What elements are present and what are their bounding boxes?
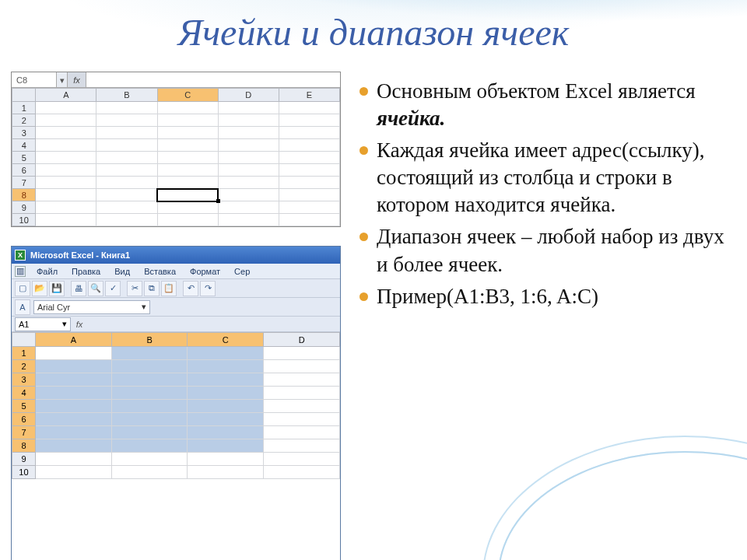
save-icon[interactable]: 💾 <box>49 281 65 296</box>
redo-icon[interactable]: ↷ <box>200 281 216 296</box>
cell[interactable] <box>111 466 188 479</box>
cell[interactable] <box>36 139 96 152</box>
cell[interactable] <box>35 373 111 387</box>
undo-icon[interactable]: ↶ <box>183 281 198 296</box>
cell[interactable] <box>218 214 279 226</box>
row-header[interactable]: 2 <box>12 360 36 373</box>
cell[interactable] <box>157 127 218 139</box>
cell[interactable] <box>279 177 339 189</box>
cell[interactable] <box>36 152 96 164</box>
cell[interactable] <box>35 426 111 439</box>
font-combo[interactable]: Arial Cyr ▾ <box>33 300 150 314</box>
cell[interactable] <box>36 127 96 139</box>
cell[interactable] <box>188 373 264 387</box>
cell[interactable] <box>111 453 188 466</box>
col-header-D[interactable]: D <box>218 89 279 102</box>
name-box-2[interactable]: A1 ▾ <box>15 317 71 331</box>
menu-file[interactable]: Файл <box>30 267 64 276</box>
cell[interactable] <box>279 152 339 164</box>
cell[interactable] <box>96 102 157 114</box>
row-header[interactable]: 5 <box>12 152 36 164</box>
cell[interactable] <box>96 189 157 201</box>
cell[interactable] <box>35 387 111 400</box>
cell[interactable] <box>279 201 339 214</box>
col-header-A[interactable]: A <box>35 333 111 347</box>
cell[interactable] <box>36 189 96 201</box>
row-header[interactable]: 1 <box>12 102 36 114</box>
row-header[interactable]: 2 <box>12 114 36 127</box>
cell[interactable] <box>36 201 96 214</box>
row-header[interactable]: 1 <box>12 347 36 360</box>
cell[interactable] <box>279 102 339 114</box>
cell[interactable] <box>157 139 218 152</box>
cell[interactable] <box>279 139 339 152</box>
row-header[interactable]: 6 <box>12 413 36 426</box>
cell[interactable] <box>111 426 188 439</box>
cell[interactable] <box>218 164 279 177</box>
spellcheck-icon[interactable]: ✓ <box>105 281 121 296</box>
cell[interactable] <box>264 453 340 466</box>
cell[interactable] <box>218 102 279 114</box>
cell[interactable] <box>264 439 340 453</box>
cell[interactable] <box>35 413 111 426</box>
cell[interactable] <box>264 360 340 373</box>
cell[interactable] <box>188 387 264 400</box>
print-icon[interactable]: 🖶 <box>71 281 86 296</box>
cell[interactable] <box>188 453 264 466</box>
cell[interactable] <box>218 114 279 127</box>
cell[interactable] <box>96 139 157 152</box>
cell[interactable] <box>218 189 279 201</box>
select-all-corner-1[interactable] <box>12 89 36 102</box>
paste-icon[interactable]: 📋 <box>161 281 177 296</box>
cell[interactable] <box>218 177 279 189</box>
row-header[interactable]: 8 <box>12 439 36 453</box>
menu-view[interactable]: Вид <box>108 267 136 276</box>
col-header-C[interactable]: C <box>188 333 264 347</box>
cell[interactable] <box>218 201 279 214</box>
cell[interactable] <box>35 360 111 373</box>
cell[interactable] <box>188 413 264 426</box>
cell[interactable] <box>218 139 279 152</box>
style-icon[interactable]: A <box>15 299 30 315</box>
fx-label-1[interactable]: fx <box>68 72 86 87</box>
cell[interactable] <box>111 373 188 387</box>
row-header[interactable]: 7 <box>12 177 36 189</box>
cell-active-C8[interactable] <box>157 189 218 201</box>
col-header-B[interactable]: B <box>96 89 157 102</box>
cell[interactable] <box>35 453 111 466</box>
cell[interactable] <box>96 152 157 164</box>
cell[interactable] <box>35 400 111 413</box>
preview-icon[interactable]: 🔍 <box>88 281 103 296</box>
cell[interactable] <box>96 177 157 189</box>
row-header[interactable]: 4 <box>12 139 36 152</box>
cell[interactable] <box>35 466 111 479</box>
cell[interactable] <box>96 201 157 214</box>
menu-insert[interactable]: Вставка <box>138 267 182 276</box>
new-icon[interactable]: ▢ <box>15 281 30 296</box>
cell[interactable] <box>36 164 96 177</box>
select-all-corner-2[interactable] <box>12 333 36 347</box>
row-header[interactable]: 10 <box>12 466 36 479</box>
formula-input-1[interactable] <box>86 72 340 87</box>
row-header[interactable]: 9 <box>12 201 36 214</box>
cell[interactable] <box>111 439 188 453</box>
cell[interactable] <box>157 177 218 189</box>
menu-edit[interactable]: Правка <box>65 267 107 276</box>
cell[interactable] <box>279 189 339 201</box>
cell[interactable] <box>96 127 157 139</box>
cell[interactable] <box>35 347 111 360</box>
cell[interactable] <box>157 164 218 177</box>
copy-icon[interactable]: ⧉ <box>144 281 160 296</box>
cell[interactable] <box>218 127 279 139</box>
name-box-dropdown-icon[interactable]: ▾ <box>57 72 68 87</box>
cell[interactable] <box>35 439 111 453</box>
cell[interactable] <box>96 214 157 226</box>
row-header[interactable]: 8 <box>12 189 36 201</box>
row-header[interactable]: 4 <box>12 387 36 400</box>
row-header[interactable]: 7 <box>12 426 36 439</box>
col-header-E[interactable]: E <box>279 89 339 102</box>
menu-service[interactable]: Сер <box>228 267 256 276</box>
cell[interactable] <box>157 102 218 114</box>
row-header[interactable]: 3 <box>12 373 36 387</box>
row-header[interactable]: 10 <box>12 214 36 226</box>
